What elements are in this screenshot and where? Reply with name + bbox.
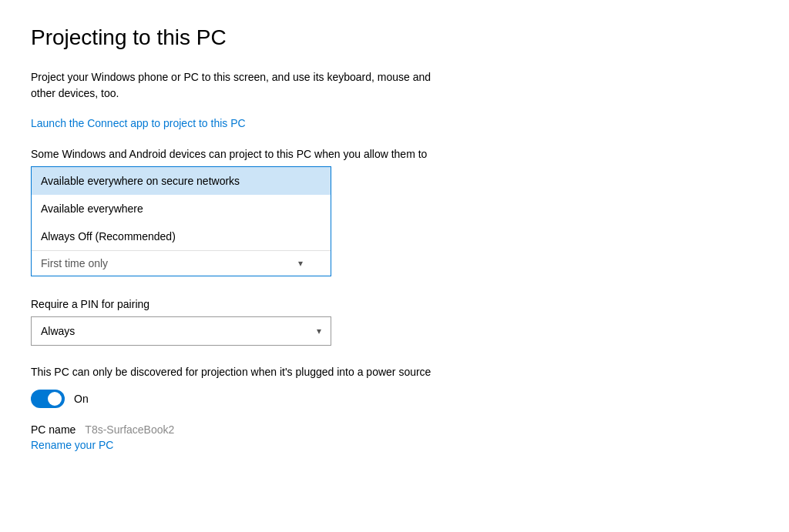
pin-chevron-icon: ▾ (317, 326, 321, 336)
dropdown-footer[interactable]: First time only ▾ (32, 250, 331, 276)
toggle-knob (48, 392, 62, 406)
pin-dropdown-value: Always (41, 325, 75, 337)
dropdown-option-secure[interactable]: Available everywhere on secure networks (32, 167, 331, 195)
page-title: Projecting to this PC (31, 25, 758, 51)
projection-availability-dropdown[interactable]: Available everywhere on secure networks … (31, 166, 331, 276)
plugged-toggle-row: On (31, 390, 758, 408)
dropdown-chevron-icon: ▾ (298, 258, 303, 269)
plugged-toggle[interactable] (31, 390, 65, 408)
pc-name-value: T8s-SurfaceBook2 (85, 423, 174, 436)
toggle-label: On (74, 393, 89, 405)
dropdown-option-everywhere[interactable]: Available everywhere (32, 195, 331, 223)
page-description: Project your Windows phone or PC to this… (31, 69, 431, 102)
allow-description: Some Windows and Android devices can pro… (31, 148, 431, 160)
pin-label: Require a PIN for pairing (31, 298, 431, 310)
rename-pc-link[interactable]: Rename your PC (31, 439, 113, 451)
plugged-description: This PC can only be discovered for proje… (31, 364, 431, 380)
launch-connect-link[interactable]: Launch the Connect app to project to thi… (31, 117, 246, 129)
pc-name-key: PC name (31, 423, 76, 436)
pc-name-row: PC name T8s-SurfaceBook2 (31, 423, 758, 436)
dropdown-option-always-off[interactable]: Always Off (Recommended) (32, 223, 331, 250)
pin-dropdown[interactable]: Always ▾ (31, 316, 331, 346)
